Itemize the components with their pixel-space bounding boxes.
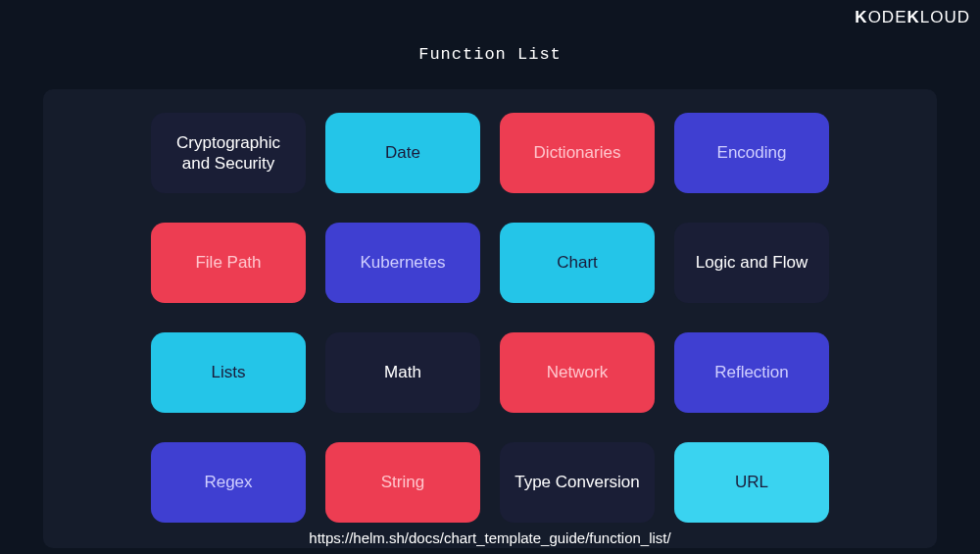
brand-text-part1: ODE	[868, 8, 907, 26]
tile-label: Network	[547, 362, 608, 382]
tile-label: Dictionaries	[534, 142, 621, 163]
tile-label: Logic and Flow	[696, 252, 808, 273]
brand-logo: KODEKLOUD	[855, 8, 970, 27]
tile-label: Kubernetes	[361, 252, 446, 273]
tile-encoding[interactable]: Encoding	[674, 113, 829, 193]
tile-math[interactable]: Math	[325, 332, 480, 413]
tile-label: Encoding	[717, 142, 787, 163]
tile-label: Type Conversion	[514, 472, 640, 492]
tile-date[interactable]: Date	[325, 113, 480, 193]
tile-label: Lists	[212, 362, 246, 382]
tile-network[interactable]: Network	[500, 332, 655, 413]
tile-label: Regex	[204, 472, 252, 492]
tile-cryptographic-and-security[interactable]: Cryptographic and Security	[151, 113, 306, 193]
page-title: Function List	[0, 45, 980, 64]
tile-regex[interactable]: Regex	[151, 442, 306, 523]
tile-label: Chart	[557, 252, 598, 273]
footer-url: https://helm.sh/docs/chart_template_guid…	[0, 529, 980, 546]
tile-string[interactable]: String	[325, 442, 480, 523]
tile-label: Math	[384, 362, 421, 382]
tile-label: String	[381, 472, 424, 492]
tile-type-conversion[interactable]: Type Conversion	[500, 442, 655, 523]
tile-kubernetes[interactable]: Kubernetes	[325, 223, 480, 303]
tile-reflection[interactable]: Reflection	[674, 332, 829, 413]
brand-text-part2: LOUD	[920, 8, 970, 26]
tiles-grid: Cryptographic and SecurityDateDictionari…	[151, 113, 829, 523]
tiles-panel: Cryptographic and SecurityDateDictionari…	[43, 89, 937, 548]
tile-dictionaries[interactable]: Dictionaries	[500, 113, 655, 193]
tile-logic-and-flow[interactable]: Logic and Flow	[674, 223, 829, 303]
tile-url[interactable]: URL	[674, 442, 829, 523]
tile-label: Cryptographic and Security	[161, 132, 296, 175]
tile-lists[interactable]: Lists	[151, 332, 306, 413]
tile-label: Date	[385, 142, 420, 163]
tile-label: Reflection	[714, 362, 789, 382]
tile-file-path[interactable]: File Path	[151, 223, 306, 303]
tile-chart[interactable]: Chart	[500, 223, 655, 303]
tile-label: URL	[735, 472, 768, 492]
tile-label: File Path	[195, 252, 261, 273]
